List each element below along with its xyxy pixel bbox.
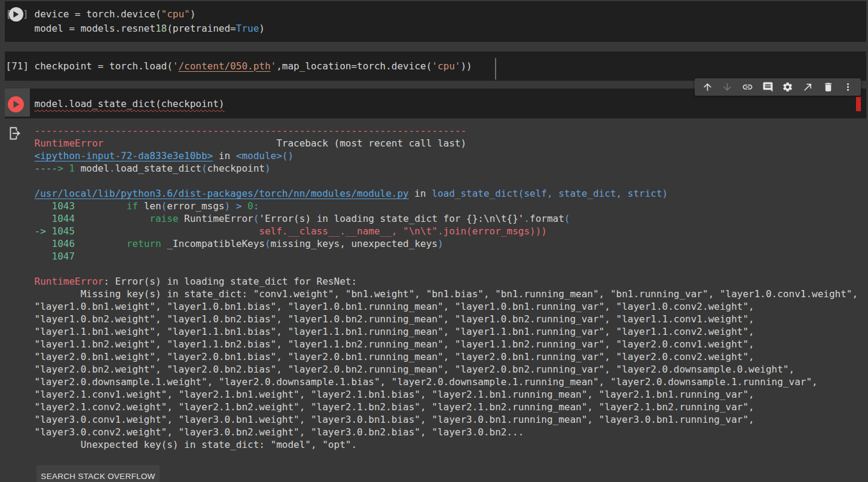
link-to-cell-icon <box>742 81 753 93</box>
output-text: "layer3.0.conv2.weight", "layer3.0.bn2.w… <box>35 426 524 438</box>
output-text: checkpoint <box>207 163 265 174</box>
move-cell-down-icon <box>722 81 733 93</box>
output-text: len <box>138 200 161 212</box>
search-stack-overflow-button[interactable]: SEARCH STACK OVERFLOW <box>36 465 160 482</box>
output-text: _IncompatibleKeys <box>161 238 265 249</box>
play-icon <box>13 11 19 18</box>
output-text: 'Error(s) in loading state_dict for {}:\… <box>259 213 524 224</box>
cell-2-gutter: [71] <box>5 51 30 81</box>
run-cell-button[interactable] <box>9 7 23 22</box>
output-text: ) <box>265 163 271 174</box>
output-text: Unexpected key(s) in state_dict: "model"… <box>35 439 357 450</box>
output-text <box>75 225 259 237</box>
output-text <box>242 200 247 212</box>
output-text: RuntimeError <box>178 213 253 224</box>
code-error-token[interactable]: model.load_state_dict(checkpoint) <box>35 98 225 109</box>
cell-1-gutter: [ ] <box>5 1 30 42</box>
output-text: missing_keys, unexpected_keys <box>271 238 438 249</box>
code-token: ' <box>173 60 179 72</box>
cell-3-gutter <box>5 89 30 117</box>
output-text: "layer2.0.downsample.1.weight", "layer2.… <box>35 376 818 388</box>
cell-output-icon <box>9 127 21 140</box>
code-cell-1: [ ] device = torch.device("cpu")model = … <box>5 1 866 42</box>
output-text: > 1 <box>57 163 75 174</box>
output-text: : Error(s) in loading state_dict for Res… <box>103 276 357 287</box>
output-text: raise <box>149 213 178 224</box>
execution-count-bracket-right: ] <box>23 7 29 22</box>
output-text: ) <box>438 238 444 249</box>
code-editor-3[interactable]: model.load_state_dict(checkpoint) <box>35 97 225 111</box>
code-editor-1[interactable]: device = torch.device("cpu")model = mode… <box>35 7 265 36</box>
open-in-tab-icon <box>802 81 814 93</box>
output-area: ----------------------------------------… <box>0 118 868 482</box>
more-actions-button[interactable] <box>841 80 855 94</box>
editor-settings-icon <box>782 81 793 93</box>
output-text: self.__class__.__name__, "\n\t".join(err… <box>259 225 547 237</box>
more-actions-icon <box>842 81 854 93</box>
output-text: "layer1.0.bn1.weight", "layer1.0.bn1.bia… <box>35 301 754 312</box>
traceback-link[interactable]: /usr/local/lib/python3.6/dist-packages/t… <box>35 188 409 199</box>
play-icon <box>13 100 20 108</box>
move-cell-down-button <box>720 80 735 94</box>
output-text: 1043 <box>35 200 75 212</box>
code-token: "cpu" <box>161 8 190 20</box>
editor-settings-button[interactable] <box>781 80 795 94</box>
editor-cursor-line <box>495 58 496 80</box>
run-cell-button-focused[interactable] <box>8 96 24 112</box>
output-text: if <box>127 200 138 212</box>
link-to-cell-button[interactable] <box>740 80 754 94</box>
output-text: "layer1.1.bn2.weight", "layer1.1.bn2.bia… <box>35 338 754 350</box>
output-text: load_state_dict <box>115 163 201 174</box>
output-text: format <box>530 213 564 224</box>
output-text: ( <box>201 163 207 174</box>
code-editor-2[interactable]: checkpoint = torch.load('/content/050.pt… <box>35 59 472 74</box>
add-comment-button[interactable] <box>760 80 775 94</box>
output-text: "layer1.1.bn1.weight", "layer1.1.bn1.bia… <box>35 326 754 337</box>
output-text: ----------------------------------------… <box>35 125 466 136</box>
output-text: Traceback (most recent call last) <box>103 138 466 149</box>
output-text: in <box>213 150 236 161</box>
code-token: ) <box>259 23 265 34</box>
output-text: ( <box>564 213 570 224</box>
code-token: 'cpu' <box>432 60 460 72</box>
output-text: ( <box>265 238 271 249</box>
output-text: ---- <box>35 163 58 174</box>
output-text <box>75 213 149 224</box>
output-text: ) <box>225 200 231 212</box>
code-token: (pretrained= <box>167 23 236 34</box>
output-text: <module>() <box>236 150 294 161</box>
delete-cell-icon <box>823 81 834 93</box>
add-comment-icon <box>762 81 774 93</box>
output-text: 0 <box>247 200 253 212</box>
error-overview-mark <box>856 97 861 111</box>
execution-count: [71] <box>6 59 29 74</box>
output-text: "layer2.0.bn1.weight", "layer2.0.bn1.bia… <box>35 351 754 362</box>
move-cell-up-icon <box>702 81 713 93</box>
code-token: ) <box>190 8 196 20</box>
file-path-link[interactable]: /content/050.pth <box>178 60 270 72</box>
output-text: load_state_dict(self, state_dict, strict… <box>432 188 668 199</box>
output-text: model <box>75 163 109 174</box>
output-text: "layer1.0.bn2.weight", "layer1.0.bn2.bia… <box>35 313 754 325</box>
delete-cell-button[interactable] <box>821 80 835 94</box>
output-text: Missing key(s) in state_dict: "conv1.wei… <box>35 288 858 300</box>
output-text: error_msgs <box>167 200 224 212</box>
code-cell-2: [71] checkpoint = torch.load('/content/0… <box>5 51 866 81</box>
colab-notebook-page: [ ] device = torch.device("cpu")model = … <box>0 0 868 482</box>
output-text: "layer2.1.conv2.weight", "layer2.1.bn2.w… <box>35 401 754 413</box>
output-text: > <box>236 200 242 212</box>
traceback-link[interactable]: <ipython-input-72-da833e3e10bb> <box>35 150 213 161</box>
move-cell-up-button[interactable] <box>700 80 714 94</box>
cell-toolbar <box>695 78 861 96</box>
output-text <box>75 238 127 249</box>
open-in-tab-button[interactable] <box>801 80 815 94</box>
output-text: return <box>127 238 161 249</box>
output-text: . <box>524 213 530 224</box>
output-text: "layer2.1.conv1.weight", "layer2.1.bn1.w… <box>35 389 754 400</box>
output-text: RuntimeError <box>35 138 104 149</box>
traceback-output: ----------------------------------------… <box>35 124 858 451</box>
output-text: ( <box>161 200 167 212</box>
output-text: in <box>409 188 432 199</box>
output-text: "layer2.0.bn2.weight", "layer2.0.bn2.bia… <box>35 364 795 375</box>
output-text: 1046 <box>35 238 75 249</box>
